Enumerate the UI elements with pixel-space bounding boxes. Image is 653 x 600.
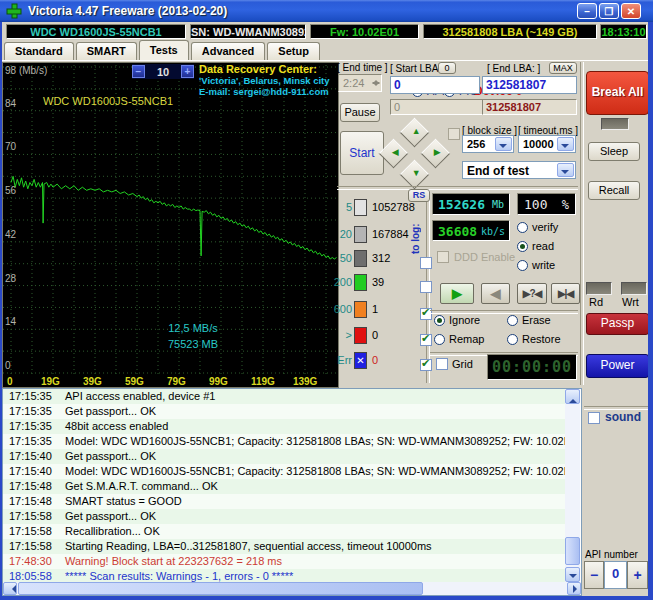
scroll-right-button[interactable] <box>567 582 581 595</box>
banner-email: E-mail: sergei@hdd-911.com <box>199 86 330 97</box>
speed-unit: kb/s <box>481 226 505 237</box>
pause-button[interactable]: Pause <box>340 103 380 122</box>
write-radio[interactable] <box>517 260 528 271</box>
log-panel: 17:15:35API access enabled, device #117:… <box>2 388 582 596</box>
hscroll-thumb[interactable] <box>18 582 423 595</box>
max-button[interactable]: MAX <box>549 62 577 74</box>
y-tick-label: 14 <box>5 316 16 327</box>
legend-count: 0 <box>372 354 378 366</box>
scroll-down-button[interactable] <box>565 567 580 582</box>
legend-label: > <box>328 329 352 341</box>
vscroll-thumb[interactable] <box>565 537 580 565</box>
maximize-button[interactable]: ❒ <box>599 3 619 19</box>
log-row[interactable]: 17:15:3548bit access enabled <box>3 419 565 434</box>
api-number-value[interactable]: 0 <box>604 561 627 589</box>
to-log-checkbox[interactable] <box>420 281 432 293</box>
speed-graph[interactable]: 98 (Mb/s)8470564228140019G39G59G79G99G11… <box>2 62 339 388</box>
y-tick-label: 70 <box>5 141 16 152</box>
log-time: 17:15:35 <box>9 389 52 404</box>
seek-edge-button[interactable]: ▶|◀ <box>551 283 580 304</box>
close-button[interactable]: ✕ <box>621 3 641 19</box>
log-row[interactable]: 17:15:35Get passport... OK <box>3 404 565 419</box>
y-tick-label: 28 <box>5 273 16 284</box>
recall-button[interactable]: Recall <box>588 181 640 200</box>
log-row[interactable]: 17:15:35API access enabled, device #1 <box>3 389 565 404</box>
end-time-spinner[interactable]: 2:24 <box>338 74 382 92</box>
spin-down-icon[interactable] <box>372 82 380 90</box>
log-message: Get passport... OK <box>65 449 156 464</box>
speed-display: 36608 kb/s <box>432 220 510 241</box>
restore-radio[interactable] <box>507 334 518 345</box>
log-row[interactable]: 17:15:35Model: WDC WD1600JS-55NCB1; Capa… <box>3 434 565 449</box>
jog-option-checkbox[interactable] <box>448 128 460 140</box>
chevron-down-icon[interactable] <box>495 137 512 151</box>
to-log-checkbox[interactable] <box>420 359 432 371</box>
end-action-dropdown[interactable]: End of test <box>462 161 576 179</box>
sound-checkbox[interactable] <box>588 412 600 424</box>
chevron-down-icon[interactable] <box>557 137 574 151</box>
verify-radio[interactable] <box>517 222 528 233</box>
remap-radio[interactable] <box>434 334 445 345</box>
log-row[interactable]: 17:15:58Recallibration... OK <box>3 524 565 539</box>
y-tick-label: 0 <box>5 360 11 371</box>
start-lba-zero-button[interactable]: 0 <box>438 62 456 74</box>
seek-defect-button[interactable]: ▶?◀ <box>517 283 547 304</box>
end-lba-input[interactable]: 312581807 <box>482 76 577 94</box>
end-lba-current-display: 312581807 <box>482 99 577 115</box>
ddd-enable-label: DDD Enable <box>454 251 515 263</box>
api-number-plus-button[interactable]: + <box>627 561 648 589</box>
to-log-checkbox[interactable] <box>420 334 432 346</box>
current-lba-display: 0 <box>390 99 483 115</box>
read-radio[interactable] <box>517 241 528 252</box>
log-time: 17:15:58 <box>9 524 52 539</box>
log-message: Warning! Block start at 223237632 = 218 … <box>65 554 282 569</box>
wrt-label: Wrt <box>622 296 639 308</box>
log-hscrollbar[interactable] <box>3 582 581 595</box>
break-all-button[interactable]: Break All <box>586 71 649 115</box>
legend-count: 0 <box>372 329 378 341</box>
jog-up-button[interactable]: ▲ <box>400 118 430 148</box>
start-lba-input[interactable]: 0 <box>390 76 480 94</box>
api-number-minus-button[interactable]: − <box>584 561 604 589</box>
scale-minus-button[interactable]: − <box>132 65 145 78</box>
log-row[interactable]: 17:15:58Starting Reading, LBA=0..3125818… <box>3 539 565 554</box>
ddd-enable-checkbox[interactable] <box>437 251 449 263</box>
title-bar[interactable]: Victoria 4.47 Freeware (2013-02-20) – ❒ … <box>0 0 653 22</box>
tab-standard[interactable]: Standard <box>4 42 74 60</box>
to-log-checkbox[interactable] <box>420 257 432 269</box>
log-row[interactable]: 17:48:30Warning! Block start at 22323763… <box>3 554 565 569</box>
block-size-dropdown[interactable]: 256 <box>462 135 514 153</box>
log-row[interactable]: 17:15:58Get passport... OK <box>3 509 565 524</box>
x-tick-label: 139G <box>293 376 317 387</box>
tab-setup[interactable]: Setup <box>267 42 320 60</box>
grid-label: Grid <box>452 358 473 370</box>
jog-down-button[interactable]: ▼ <box>400 160 430 190</box>
grid-checkbox[interactable] <box>436 358 448 370</box>
legend-count: 1052788 <box>372 201 415 213</box>
sleep-button[interactable]: Sleep <box>588 142 640 161</box>
play-button[interactable]: ▶ <box>440 283 474 304</box>
log-vscrollbar[interactable] <box>565 389 580 582</box>
scroll-up-button[interactable] <box>565 389 580 404</box>
percent-value: 100 <box>524 197 547 212</box>
window-border-bottom <box>0 596 653 600</box>
tab-smart[interactable]: SMART <box>76 42 137 60</box>
step-back-button[interactable]: ◀ <box>481 283 510 304</box>
jog-right-button[interactable]: ▶ <box>421 139 451 169</box>
erase-radio[interactable] <box>507 315 518 326</box>
log-row[interactable]: 17:15:40Get passport... OK <box>3 449 565 464</box>
timeout-dropdown[interactable]: 10000 <box>518 135 576 153</box>
chevron-down-icon[interactable] <box>557 163 574 177</box>
log-row[interactable]: 17:15:48SMART status = GOOD <box>3 494 565 509</box>
scale-plus-button[interactable]: + <box>181 65 194 78</box>
power-button[interactable]: Power <box>586 354 649 378</box>
tab-advanced[interactable]: Advanced <box>191 42 266 60</box>
scroll-left-button[interactable] <box>3 582 17 595</box>
minimize-button[interactable]: – <box>577 3 597 19</box>
end-time-value: 2:24 <box>343 77 364 89</box>
ignore-radio[interactable] <box>434 315 445 326</box>
tab-tests[interactable]: Tests <box>139 40 189 60</box>
passport-button[interactable]: Passp <box>586 313 649 335</box>
log-row[interactable]: 17:15:40Model: WDC WD1600JS-55NCB1; Capa… <box>3 464 565 479</box>
log-row[interactable]: 17:15:48Get S.M.A.R.T. command... OK <box>3 479 565 494</box>
